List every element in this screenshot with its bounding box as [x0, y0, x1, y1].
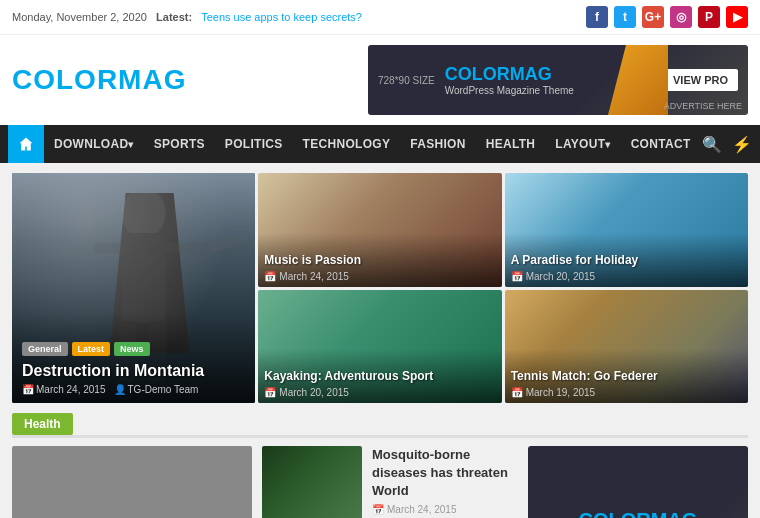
- ad-viewpro-button[interactable]: VIEW PRO: [663, 69, 738, 91]
- ad-logo-blue: MAG: [510, 64, 552, 84]
- featured-date: 📅 March 24, 2015: [22, 384, 106, 395]
- sidebar-logo-blue: MAG: [651, 509, 698, 518]
- calendar-icon: 📅: [22, 384, 34, 395]
- header-ad-banner[interactable]: 728*90 SIZE COLORMAG WordPress Magazine …: [368, 45, 748, 115]
- instagram-icon[interactable]: ◎: [670, 6, 692, 28]
- featured-main-overlay: General Latest News Destruction in Monta…: [12, 312, 255, 403]
- nav-right-icons: 🔍 ⚡: [702, 135, 752, 154]
- ad-advertise-tag: ADVERTISE HERE: [664, 101, 742, 111]
- thumb-holiday-meta: 📅 March 20, 2015: [511, 271, 742, 282]
- tag-news[interactable]: News: [114, 342, 150, 356]
- ad-size: 728*90 SIZE: [378, 74, 435, 87]
- featured-author: 👤 TG-Demo Team: [114, 384, 199, 395]
- health-section-label[interactable]: Health: [12, 413, 73, 435]
- art1-cal-icon: 📅: [372, 504, 384, 515]
- nav-item-contact[interactable]: CONTACT: [621, 125, 701, 163]
- latest-link[interactable]: Teens use apps to keep secrets?: [201, 11, 362, 23]
- large-coffee-thumb[interactable]: [12, 446, 252, 518]
- twitter-icon[interactable]: t: [614, 6, 636, 28]
- article-mosquito-thumb[interactable]: [262, 446, 362, 518]
- facebook-icon[interactable]: f: [586, 6, 608, 28]
- articles-area: Mosquito-borne diseases has threaten Wor…: [12, 446, 518, 518]
- sidebar-logo-black: COLOR: [579, 509, 651, 518]
- tag-row: General Latest News: [22, 342, 245, 356]
- article-list: Mosquito-borne diseases has threaten Wor…: [262, 446, 518, 518]
- featured-grid: General Latest News Destruction in Monta…: [12, 173, 748, 403]
- featured-main-title[interactable]: Destruction in Montania: [22, 362, 245, 380]
- share-icon[interactable]: ⚡: [732, 135, 752, 154]
- date-label: Monday, November 2, 2020: [12, 11, 147, 23]
- tag-latest[interactable]: Latest: [72, 342, 111, 356]
- ad-logo-black: COLOR: [445, 64, 510, 84]
- nav-item-sports[interactable]: SPORTS: [144, 125, 215, 163]
- nav-item-layout[interactable]: LAYOUT: [545, 125, 620, 163]
- health-section-header: Health: [12, 413, 748, 438]
- thumb-music-meta: 📅 March 24, 2015: [264, 271, 495, 282]
- svg-line-4: [214, 238, 244, 248]
- thumb-kayak-title: Kayaking: Adventurous Sport: [264, 369, 495, 385]
- thumb-music-overlay: Music is Passion 📅 March 24, 2015: [258, 233, 501, 287]
- nav-item-health[interactable]: HEALTH: [476, 125, 546, 163]
- svg-rect-1: [122, 233, 166, 323]
- search-icon[interactable]: 🔍: [702, 135, 722, 154]
- site-logo[interactable]: COLORMAG: [12, 64, 186, 96]
- tag-general[interactable]: General: [22, 342, 68, 356]
- nav-item-technology[interactable]: TECHNOLOGY: [293, 125, 401, 163]
- bottom-grid: Mosquito-borne diseases has threaten Wor…: [12, 446, 748, 518]
- googleplus-icon[interactable]: G+: [642, 6, 664, 28]
- featured-main-meta: 📅 March 24, 2015 👤 TG-Demo Team: [22, 384, 245, 395]
- articles-with-thumb: Mosquito-borne diseases has threaten Wor…: [12, 446, 518, 518]
- thumb-kayak-meta: 📅 March 20, 2015: [264, 387, 495, 398]
- social-icons: f t G+ ◎ P ▶: [586, 6, 748, 28]
- latest-label: Latest:: [156, 11, 192, 23]
- pinterest-icon[interactable]: P: [698, 6, 720, 28]
- svg-rect-2: [94, 243, 124, 253]
- article-mosquito-meta: 📅 March 24, 2015: [372, 504, 518, 515]
- thumb-holiday-overlay: A Paradise for Holiday 📅 March 20, 2015: [505, 233, 748, 287]
- home-nav-button[interactable]: [8, 125, 44, 163]
- thumb-holiday[interactable]: A Paradise for Holiday 📅 March 20, 2015: [505, 173, 748, 287]
- nav-item-download[interactable]: DOWNLOAD: [44, 125, 144, 163]
- thumb-kayak-overlay: Kayaking: Adventurous Sport 📅 March 20, …: [258, 349, 501, 403]
- youtube-icon[interactable]: ▶: [726, 6, 748, 28]
- sidebar-ad[interactable]: COLORMAG WordPress Magazine Theme VIEW P…: [528, 446, 748, 518]
- thumb-music-cal-icon: 📅: [264, 271, 276, 282]
- thumb-music[interactable]: Music is Passion 📅 March 24, 2015: [258, 173, 501, 287]
- header: COLORMAG 728*90 SIZE COLORMAG WordPress …: [0, 35, 760, 125]
- nav-item-fashion[interactable]: FASHION: [400, 125, 475, 163]
- thumb-holiday-cal-icon: 📅: [511, 271, 523, 282]
- logo-blue: MAG: [118, 64, 186, 95]
- thumb-kayak-cal-icon: 📅: [264, 387, 276, 398]
- thumb-holiday-title: A Paradise for Holiday: [511, 253, 742, 269]
- main-content: General Latest News Destruction in Monta…: [0, 163, 760, 518]
- nav-items: DOWNLOAD SPORTS POLITICS TECHNOLOGY FASH…: [44, 125, 702, 163]
- user-icon: 👤: [114, 384, 126, 395]
- article-mosquito-content: Mosquito-borne diseases has threaten Wor…: [372, 446, 518, 515]
- featured-main-article[interactable]: General Latest News Destruction in Monta…: [12, 173, 255, 403]
- logo-black: COLOR: [12, 64, 118, 95]
- main-nav: DOWNLOAD SPORTS POLITICS TECHNOLOGY FASH…: [0, 125, 760, 163]
- article-mosquito-title[interactable]: Mosquito-borne diseases has threaten Wor…: [372, 446, 518, 501]
- sidebar-ad-logo: COLORMAG: [579, 509, 698, 518]
- thumb-tennis-meta: 📅 March 19, 2015: [511, 387, 742, 398]
- thumb-tennis[interactable]: Tennis Match: Go Federer 📅 March 19, 201…: [505, 290, 748, 404]
- top-bar-info: Monday, November 2, 2020 Latest: Teens u…: [12, 11, 362, 23]
- nav-item-politics[interactable]: POLITICS: [215, 125, 293, 163]
- article-mosquito: Mosquito-borne diseases has threaten Wor…: [262, 446, 518, 518]
- svg-point-0: [122, 188, 166, 238]
- thumb-music-title: Music is Passion: [264, 253, 495, 269]
- home-icon: [18, 136, 34, 152]
- top-bar: Monday, November 2, 2020 Latest: Teens u…: [0, 0, 760, 35]
- thumb-tennis-title: Tennis Match: Go Federer: [511, 369, 742, 385]
- thumb-tennis-overlay: Tennis Match: Go Federer 📅 March 19, 201…: [505, 349, 748, 403]
- thumb-kayak[interactable]: Kayaking: Adventurous Sport 📅 March 20, …: [258, 290, 501, 404]
- thumb-tennis-cal-icon: 📅: [511, 387, 523, 398]
